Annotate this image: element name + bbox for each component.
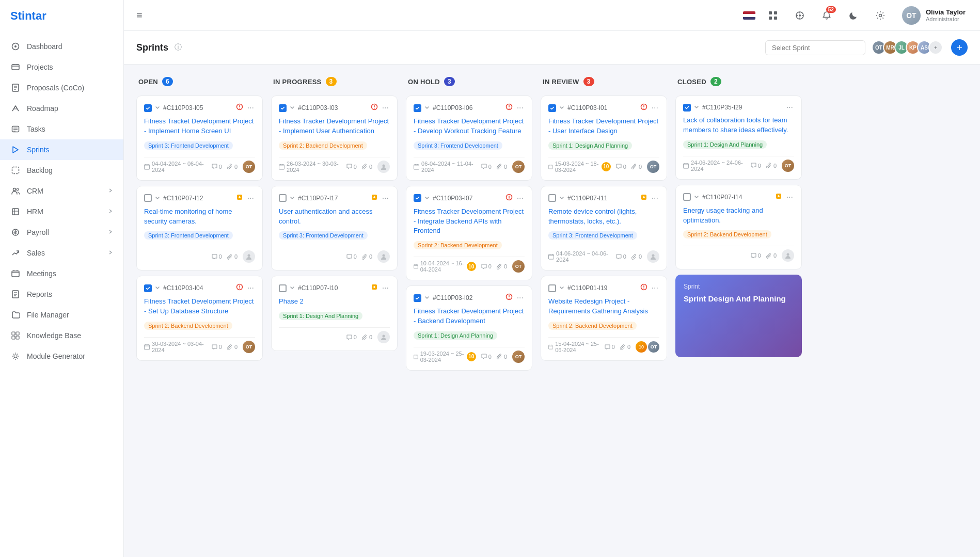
card-title[interactable]: Fitness Tracker Development Project - Us… — [548, 117, 659, 136]
card-more-button[interactable]: ··· — [651, 284, 659, 292]
kanban-card[interactable]: #C110P07-I11···Remote device control (li… — [541, 186, 667, 271]
card-expand-icon[interactable] — [155, 285, 160, 291]
card-expand-icon[interactable] — [424, 105, 430, 111]
card-title[interactable]: Fitness Tracker Development Project - Im… — [279, 117, 390, 136]
kanban-card[interactable]: #C110P07-I10···Phase 2Sprint 1: Design A… — [271, 276, 398, 351]
add-sprint-button[interactable]: + — [951, 39, 968, 56]
crosshair-button[interactable] — [791, 6, 809, 25]
card-more-button[interactable]: ··· — [516, 104, 525, 112]
card-more-button[interactable]: ··· — [785, 103, 794, 112]
kanban-card[interactable]: #C110P03-I07···Fitness Tracker Developme… — [406, 186, 532, 281]
card-more-button[interactable]: ··· — [516, 194, 525, 202]
kanban-card[interactable]: #C110P35-I29···Lack of collaboration too… — [675, 96, 802, 180]
sidebar-item-filemanager[interactable]: File Manager — [0, 305, 123, 325]
kanban-card[interactable]: #C110P07-I17···User authentication and a… — [271, 186, 398, 271]
kanban-card[interactable]: #C110P01-I19···Website Redesign Project … — [541, 276, 667, 361]
sidebar-item-payroll[interactable]: Payroll — [0, 222, 123, 243]
card-title[interactable]: Fitness Tracket Development Project - Im… — [144, 117, 255, 136]
kanban-card[interactable]: #C110P03-I04···Fitness Tracket Developme… — [136, 276, 263, 361]
kanban-card[interactable]: #C110P03-I01···Fitness Tracker Developme… — [541, 96, 667, 181]
card-checkbox[interactable] — [414, 104, 421, 112]
card-checkbox[interactable] — [414, 194, 421, 202]
user-profile-area[interactable]: OT Olivia Taylor Administrator — [898, 4, 970, 27]
sidebar-item-sprints[interactable]: Sprints — [0, 139, 123, 160]
card-more-button[interactable]: ··· — [246, 104, 255, 112]
language-flag-icon[interactable] — [743, 11, 755, 20]
card-title[interactable]: Energy usage tracking and optimization. — [683, 206, 794, 226]
card-expand-icon[interactable] — [290, 195, 295, 201]
card-title[interactable]: Phase 2 — [279, 297, 390, 307]
card-checkbox[interactable] — [548, 284, 556, 292]
kanban-card[interactable]: #C110P03-I02···Fitness Tracker Developme… — [406, 285, 532, 371]
card-checkbox[interactable] — [548, 194, 556, 202]
sidebar-item-sales[interactable]: Sales — [0, 243, 123, 263]
dark-mode-button[interactable] — [844, 6, 863, 25]
kanban-card[interactable]: #C110P07-I12···Real-time monitoring of h… — [136, 186, 263, 271]
notification-bell-button[interactable]: 52 — [817, 6, 836, 25]
info-icon[interactable]: ⓘ — [175, 43, 182, 52]
sidebar-item-hrm[interactable]: HRM — [0, 201, 123, 222]
card-title[interactable]: Lack of collaboration tools for team mem… — [683, 116, 794, 135]
card-checkbox[interactable] — [279, 194, 287, 202]
kanban-card[interactable]: #C110P03-I05···Fitness Tracket Developme… — [136, 96, 263, 181]
card-checkbox[interactable] — [683, 193, 691, 201]
card-expand-icon[interactable] — [559, 195, 564, 201]
card-more-button[interactable]: ··· — [651, 194, 659, 202]
card-checkbox[interactable] — [548, 104, 556, 112]
menu-toggle-button[interactable]: ≡ — [134, 7, 145, 23]
apps-grid-button[interactable] — [764, 6, 782, 25]
settings-gear-button[interactable] — [871, 6, 890, 25]
card-expand-icon[interactable] — [290, 105, 295, 111]
card-more-button[interactable]: ··· — [246, 284, 255, 292]
sidebar-item-crm[interactable]: CRM — [0, 181, 123, 201]
kanban-card[interactable]: #C110P03-I06···Fitness Tracker Developme… — [406, 96, 532, 181]
card-expand-icon[interactable] — [694, 194, 699, 200]
card-title[interactable]: Fitness Tracker Development Project - De… — [414, 117, 525, 136]
card-title[interactable]: Fitness Tracker Development Project - Ba… — [414, 307, 525, 326]
sprint-select-input[interactable] — [765, 40, 865, 55]
card-checkbox[interactable] — [683, 104, 691, 112]
card-title[interactable]: Website Redesign Project - Requirements … — [548, 297, 659, 316]
card-checkbox[interactable] — [279, 104, 287, 112]
sidebar-item-dashboard[interactable]: Dashboard — [0, 36, 123, 57]
sidebar-item-backlog[interactable]: Backlog — [0, 160, 123, 181]
card-more-button[interactable]: ··· — [246, 194, 255, 202]
card-checkbox[interactable] — [144, 284, 152, 292]
card-checkbox[interactable] — [414, 294, 421, 302]
card-more-button[interactable]: ··· — [381, 104, 390, 112]
sidebar-item-tasks[interactable]: Tasks — [0, 119, 123, 139]
sidebar-item-modulegenerator[interactable]: Module Generator — [0, 346, 123, 367]
card-more-button[interactable]: ··· — [381, 284, 390, 292]
card-title[interactable]: Real-time monitoring of home security ca… — [144, 207, 255, 227]
card-expand-icon[interactable] — [424, 195, 430, 201]
sidebar-item-proposals[interactable]: Proposals (CoCo) — [0, 77, 123, 98]
card-expand-icon[interactable] — [290, 285, 295, 291]
card-more-button[interactable]: ··· — [516, 294, 525, 302]
card-expand-icon[interactable] — [559, 285, 564, 291]
card-expand-icon[interactable] — [559, 105, 564, 111]
card-checkbox[interactable] — [144, 194, 152, 202]
sidebar-item-meetings[interactable]: Meetings — [0, 263, 123, 284]
sidebar-item-projects[interactable]: Projects — [0, 57, 123, 77]
card-checkbox[interactable] — [279, 284, 287, 292]
svg-point-63 — [374, 108, 374, 108]
sprint-planning-card[interactable]: SprintSprint Design And Planning — [675, 275, 802, 357]
card-expand-icon[interactable] — [155, 195, 160, 201]
card-expand-icon[interactable] — [155, 105, 160, 111]
card-title[interactable]: Fitness Tracket Development Project - Se… — [144, 297, 255, 316]
card-more-button[interactable]: ··· — [381, 194, 390, 202]
card-title[interactable]: User authentication and access control. — [279, 207, 390, 227]
card-more-button[interactable]: ··· — [785, 193, 794, 201]
svg-rect-101 — [548, 165, 552, 168]
card-expand-icon[interactable] — [694, 104, 699, 110]
sidebar-item-roadmap[interactable]: Roadmap — [0, 98, 123, 119]
kanban-card[interactable]: #C110P03-I03···Fitness Tracker Developme… — [271, 96, 398, 181]
card-more-button[interactable]: ··· — [651, 104, 659, 112]
card-title[interactable]: Fitness Tracker Development Project - In… — [414, 207, 525, 236]
sidebar-item-reports[interactable]: Reports — [0, 284, 123, 305]
card-checkbox[interactable] — [144, 104, 152, 112]
kanban-card[interactable]: #C110P07-I14···Energy usage tracking and… — [675, 185, 802, 270]
card-expand-icon[interactable] — [424, 295, 430, 301]
sidebar-item-knowledgebase[interactable]: Knowledge Base — [0, 325, 123, 346]
card-title[interactable]: Remote device control (lights, thermosta… — [548, 207, 659, 227]
